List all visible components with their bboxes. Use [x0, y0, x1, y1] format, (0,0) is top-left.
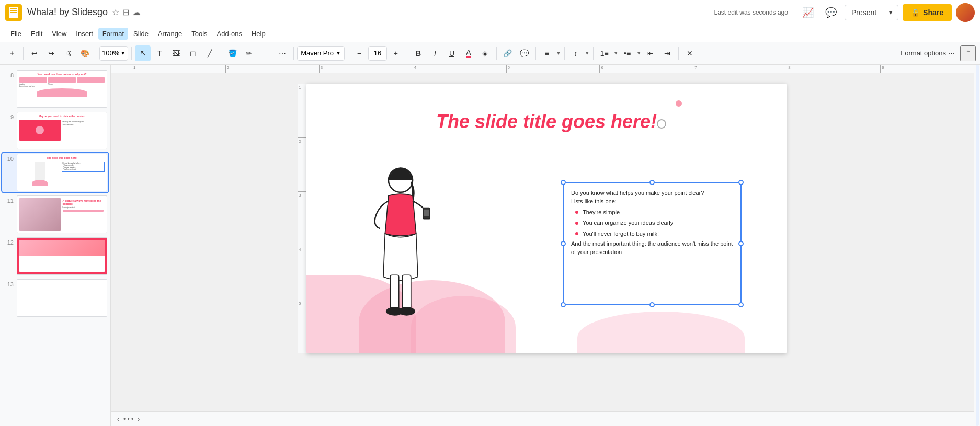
border-weight-button[interactable]: —: [258, 45, 274, 61]
toolbar-collapse-button[interactable]: ⌃: [960, 45, 976, 61]
undo-button[interactable]: ↩: [27, 45, 42, 61]
italic-button[interactable]: I: [427, 45, 443, 61]
folder-icon[interactable]: ⊟: [122, 7, 129, 17]
line-tool[interactable]: ╱: [202, 45, 218, 61]
shape-tool[interactable]: ◻: [185, 45, 201, 61]
menu-edit[interactable]: Edit: [27, 28, 47, 40]
slide-thumb-11[interactable]: 11 A picture always reinforces the conce…: [2, 194, 108, 234]
paint-format-button[interactable]: 🎨: [77, 45, 93, 61]
clear-format-button[interactable]: ✕: [682, 45, 698, 61]
bullet-dot-1: [575, 211, 578, 214]
share-button[interactable]: 🔒 Share: [903, 4, 952, 21]
fill-color-button[interactable]: 🪣: [224, 45, 240, 61]
textbox-line2: Lists like this one:: [571, 198, 733, 206]
menu-view[interactable]: View: [48, 28, 71, 40]
link-button[interactable]: 🔗: [500, 45, 516, 61]
handle-right[interactable]: [738, 241, 744, 246]
menu-tools[interactable]: Tools: [187, 28, 211, 40]
font-size-increase[interactable]: +: [388, 45, 404, 61]
sep4: [221, 47, 221, 60]
comment-button[interactable]: 💬: [517, 45, 532, 61]
handle-top[interactable]: [649, 180, 655, 185]
select-tool[interactable]: ↖: [135, 45, 151, 61]
slide-thumb-13[interactable]: 13: [2, 278, 108, 318]
format-options-button[interactable]: Format options ⋯: [896, 47, 959, 59]
print-button[interactable]: 🖨: [60, 45, 76, 61]
zoom-control[interactable]: 100% ▼: [99, 46, 128, 61]
right-scrollbar[interactable]: [976, 65, 979, 426]
font-family-selector[interactable]: Maven Pro ▼: [297, 46, 345, 61]
present-dropdown-arrow[interactable]: ▼: [883, 6, 898, 19]
slide-num-12: 12: [3, 239, 14, 246]
add-button[interactable]: ＋: [4, 45, 20, 61]
zoom-dropdown-arrow[interactable]: ▼: [120, 50, 126, 56]
font-size-input[interactable]: [368, 46, 387, 61]
text-tool[interactable]: T: [152, 45, 167, 61]
underline-button[interactable]: U: [444, 45, 460, 61]
font-dropdown-arrow[interactable]: ▼: [336, 50, 341, 56]
slide-thumb-9[interactable]: 9 Maybe you need to divide the content M…: [2, 111, 108, 151]
border-dash-button[interactable]: ⋯: [275, 45, 290, 61]
handle-left[interactable]: [561, 241, 566, 246]
bold-button[interactable]: B: [411, 45, 426, 61]
align-dropdown-arrow[interactable]: ▼: [556, 50, 561, 56]
image-tool[interactable]: 🖼: [168, 45, 184, 61]
main-layout: 8 You could use three columns, why not? …: [0, 65, 980, 426]
svg-rect-4: [402, 275, 411, 309]
slide-thumb-8[interactable]: 8 You could use three columns, why not? …: [2, 69, 108, 109]
highlight-button[interactable]: ◈: [477, 45, 493, 61]
text-color-button[interactable]: A: [461, 45, 476, 61]
menu-slide[interactable]: Slide: [129, 28, 153, 40]
present-button[interactable]: Present ▼: [845, 5, 898, 20]
redo-button[interactable]: ↪: [43, 45, 59, 61]
indent-more-button[interactable]: ⇥: [659, 45, 675, 61]
comment-icon[interactable]: 💬: [822, 3, 840, 22]
slide-preview-13: [17, 279, 107, 317]
indent-less-button[interactable]: ⇤: [643, 45, 658, 61]
nav-prev[interactable]: ‹: [117, 416, 119, 423]
slide-canvas[interactable]: The slide title goes here!: [306, 84, 787, 353]
sep10: [564, 47, 565, 60]
trending-icon[interactable]: 📈: [799, 3, 817, 22]
sep9: [535, 47, 536, 60]
slide-preview-10: The slide title goes here! Do you know w…: [17, 154, 107, 191]
font-size-decrease[interactable]: −: [351, 45, 367, 61]
handle-bottom-left[interactable]: [561, 302, 566, 307]
menu-addons[interactable]: Add-ons: [213, 28, 246, 40]
numbered-list-button[interactable]: 1≡: [597, 45, 612, 61]
sep2: [96, 47, 96, 60]
format-options-label: Format options: [901, 49, 946, 57]
text-box[interactable]: Do you know what helps you make your poi…: [563, 182, 742, 305]
menu-format[interactable]: Format: [98, 28, 128, 40]
nav-next[interactable]: ›: [138, 416, 140, 423]
slide-thumb-10[interactable]: 10 The slide title goes here! Do you kno…: [2, 153, 108, 192]
menu-help[interactable]: Help: [247, 28, 270, 40]
line-spacing-button[interactable]: ↕: [568, 45, 584, 61]
sep12: [678, 47, 679, 60]
menu-insert[interactable]: Insert: [72, 28, 97, 40]
handle-bottom-right[interactable]: [738, 302, 744, 307]
menu-file[interactable]: File: [6, 28, 26, 40]
cloud-shape-3: [577, 312, 745, 353]
bullet-dot-2: [575, 222, 578, 225]
spacing-dropdown-arrow[interactable]: ▼: [585, 50, 590, 56]
slide-title[interactable]: The slide title goes here!: [338, 111, 755, 133]
top-bar: Whala! by Slidesgo ☆ ⊟ ☁ Last edit was s…: [0, 0, 980, 25]
svg-rect-2: [424, 210, 429, 216]
border-color-button[interactable]: ✏: [241, 45, 257, 61]
slide-thumb-12[interactable]: 12 A picture is worth a thousand words: [2, 236, 108, 276]
handle-top-right[interactable]: [738, 180, 744, 185]
bullet-list-button[interactable]: •≡: [620, 45, 635, 61]
bullet-item-1: They're simple: [575, 208, 733, 217]
align-button[interactable]: ≡: [539, 45, 555, 61]
user-avatar[interactable]: [956, 3, 975, 22]
menu-arrange[interactable]: Arrange: [154, 28, 186, 40]
star-icon[interactable]: ☆: [112, 7, 119, 17]
cloud-icon[interactable]: ☁: [132, 7, 141, 17]
handle-bottom[interactable]: [649, 302, 655, 307]
bullet-list-dropdown-arrow[interactable]: ▼: [636, 50, 642, 56]
num-list-dropdown-arrow[interactable]: ▼: [613, 50, 619, 56]
handle-top-left[interactable]: [561, 180, 566, 185]
textbox-line3: And the most important thing: the audien…: [571, 240, 733, 257]
font-name: Maven Pro: [301, 49, 334, 57]
